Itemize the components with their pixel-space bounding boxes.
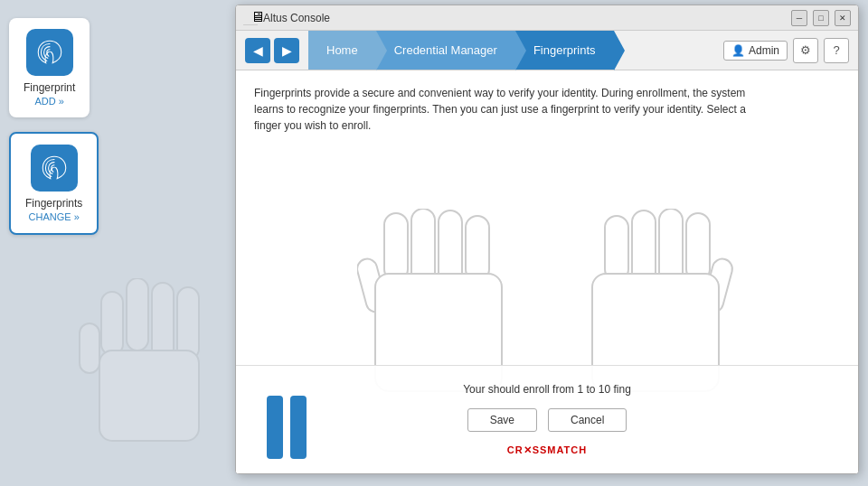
title-bar: 🖥 Altus Console ─ □ ✕	[236, 5, 858, 31]
main-window: 🖥 Altus Console ─ □ ✕ ◀ ▶ Home Credentia…	[235, 5, 859, 474]
description-text: Fingerprints provide a secure and conven…	[236, 70, 778, 143]
tab-fingerprints[interactable]: Fingerprints	[515, 31, 614, 70]
settings-button[interactable]: ⚙	[793, 38, 818, 63]
fingerprint-icon	[26, 29, 73, 76]
blue-indicator-bars	[267, 396, 307, 459]
left-panel: Fingerprint ADD » Fingerprints CHANGE »	[0, 0, 181, 486]
window-title: Altus Console	[263, 12, 786, 24]
help-button[interactable]: ?	[824, 38, 849, 63]
fingerprints-icon	[31, 145, 78, 192]
content-area: Fingerprints provide a secure and conven…	[236, 70, 858, 473]
blue-bar-2	[290, 396, 307, 459]
back-button[interactable]: ◀	[245, 38, 270, 63]
dialog-overlay: Your should enroll from 1 to 10 fing Sav…	[236, 365, 858, 473]
svg-rect-18	[384, 213, 408, 281]
nav-bar: ◀ ▶ Home Credential Manager Fingerprints…	[236, 31, 858, 70]
svg-rect-21	[466, 216, 489, 281]
fingerprints-card[interactable]: Fingerprints CHANGE »	[9, 132, 99, 235]
tab-home[interactable]: Home	[308, 31, 376, 70]
nav-right: 👤 Admin ⚙ ?	[714, 38, 858, 63]
fingerprint-card-label: Fingerprint	[24, 81, 75, 94]
admin-label: Admin	[749, 44, 779, 57]
fingerprint-card[interactable]: Fingerprint ADD »	[9, 18, 90, 117]
cancel-button[interactable]: Cancel	[548, 408, 627, 432]
blue-bar-1	[267, 396, 283, 459]
svg-rect-27	[605, 216, 628, 281]
breadcrumb-tabs: Home Credential Manager Fingerprints	[308, 31, 714, 70]
close-button[interactable]: ✕	[835, 10, 851, 26]
maximize-button[interactable]: □	[813, 10, 829, 26]
crossmatch-logo: CR✕SSMATCH	[507, 444, 587, 456]
tab-credential-manager[interactable]: Credential Manager	[376, 31, 515, 70]
admin-button[interactable]: 👤 Admin	[723, 41, 788, 61]
fingerprints-card-label: Fingerprints	[25, 197, 82, 210]
minimize-button[interactable]: ─	[791, 10, 807, 26]
dialog-buttons: Save Cancel	[467, 408, 627, 432]
app-icon: 🖥	[243, 11, 258, 25]
dialog-message: Your should enroll from 1 to 10 fing	[463, 383, 631, 396]
nav-arrows: ◀ ▶	[236, 38, 308, 63]
fingerprint-add-action[interactable]: ADD »	[34, 96, 63, 107]
forward-button[interactable]: ▶	[274, 38, 299, 63]
user-icon: 👤	[731, 44, 745, 57]
fingerprints-change-action[interactable]: CHANGE »	[29, 211, 80, 222]
svg-rect-24	[686, 213, 710, 281]
save-button[interactable]: Save	[467, 408, 537, 432]
